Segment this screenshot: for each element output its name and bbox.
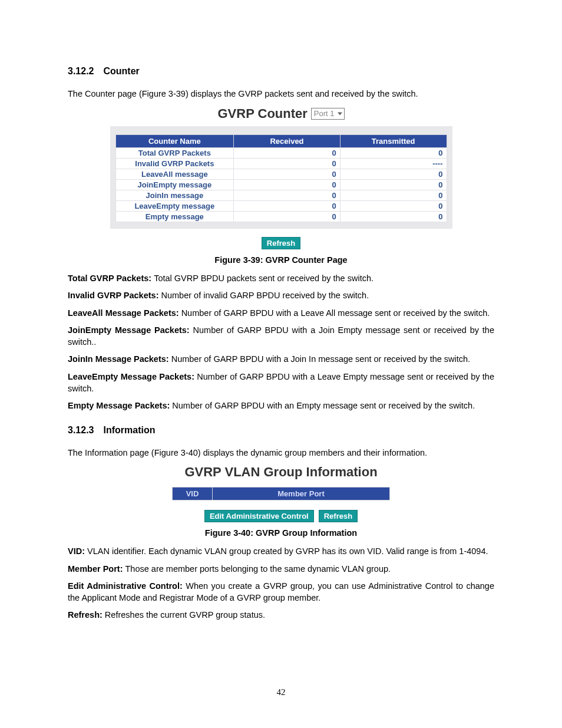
cell-rx: 0 [234,211,340,222]
cell-tx: 0 [340,211,447,222]
cell-rx: 0 [234,158,340,169]
def-desc: VLAN identifier. Each dynamic VLAN group… [87,546,488,556]
def-term: LeaveEmpty Message Packets: [68,372,197,381]
cell-tx: 0 [340,179,447,190]
def-term: JoinIn Message Packets: [68,354,171,364]
def-item: Refresh: Refreshes the current GVRP grou… [68,610,494,621]
def-item: LeaveEmpty Message Packets: Number of GA… [68,371,494,394]
def-term: VID: [68,546,87,556]
table-row: Total GVRP Packets00 [115,147,447,158]
cell-name: Total GVRP Packets [115,147,234,158]
def-item: Empty Message Packets: Number of GARP BP… [68,400,494,412]
counter-table: Counter Name Received Transmitted Total … [115,134,447,222]
def-term: Invalid GVRP Packets: [68,291,161,300]
table-row: Invalid GVRP Packets0---- [115,158,447,169]
def-term: Edit Administrative Control: [68,581,186,591]
th-counter-name: Counter Name [115,134,234,147]
cell-tx: ---- [340,158,447,169]
page-number: 42 [0,687,562,697]
th-received: Received [234,134,340,147]
def-term: Empty Message Packets: [68,401,172,410]
def-desc: Number of GARP BPDU with a Join In messa… [171,354,470,364]
gvrp-vlan-group-info-title: GVRP VLAN Group Information [68,465,494,480]
def-term: Member Port: [68,564,125,574]
cell-name: JoinIn message [115,190,234,200]
def-item: JoinIn Message Packets: Number of GARP B… [68,354,494,365]
figure-3-40: GVRP VLAN Group Information VID Member P… [68,465,494,522]
refresh-button[interactable]: Refresh [319,510,358,522]
cell-rx: 0 [234,190,340,200]
figure-3-39: GVRP Counter Port 1 Counter Name Receive… [68,106,494,249]
def-term: JoinEmpty Message Packets: [68,325,193,335]
cell-rx: 0 [234,200,340,211]
def-item: Invalid GVRP Packets: Number of invalid … [68,290,494,302]
group-info-header-bar: VID Member Port [172,487,390,500]
cell-name: LeaveAll message [115,169,234,179]
cell-rx: 0 [234,179,340,190]
def-desc: Number of GARP BPDU with a Leave All mes… [181,308,490,318]
heading-3-12-2: 3.12.2 Counter [68,66,494,77]
th-vid: VID [173,487,213,500]
gvrp-counter-title: GVRP Counter [217,106,307,121]
def-item: Edit Administrative Control: When you cr… [68,581,494,604]
def-item: VID: VLAN identifier. Each dynamic VLAN … [68,546,494,558]
def-desc: Number of GARP BPDU with an Empty messag… [172,401,475,410]
counter-table-panel: Counter Name Received Transmitted Total … [110,126,452,229]
figure-3-40-caption: Figure 3-40: GVRP Group Information [68,528,494,538]
th-member-port: Member Port [213,487,389,500]
table-row: JoinEmpty message00 [115,179,447,190]
def-desc: Number of invalid GARP BPDU received by … [161,291,369,300]
def-item: Total GVRP Packets: Total GVRP BPDU pack… [68,273,494,285]
def-term: Refresh: [68,610,105,620]
cell-name: LeaveEmpty message [115,200,234,211]
intro-3-12-2: The Counter page (Figure 3-39) displays … [68,88,494,100]
cell-rx: 0 [234,147,340,158]
cell-tx: 0 [340,190,447,200]
def-desc: Total GVRP BPDU packets sent or received… [154,274,373,283]
cell-name: Invalid GVRP Packets [115,158,234,169]
cell-name: Empty message [115,211,234,222]
cell-tx: 0 [340,200,447,211]
def-term: Total GVRP Packets: [68,274,154,283]
intro-3-12-3: The Information page (Figure 3-40) displ… [68,447,494,459]
def-desc: Refreshes the current GVRP group status. [105,610,265,620]
def-desc: Those are member ports belonging to the … [125,564,391,574]
heading-3-12-3: 3.12.3 Information [68,425,494,436]
def-item: Member Port: Those are member ports belo… [68,564,494,575]
table-row: LeaveEmpty message00 [115,200,447,211]
cell-tx: 0 [340,147,447,158]
def-term: LeaveAll Message Packets: [68,308,181,318]
table-row: Empty message00 [115,211,447,222]
table-row: JoinIn message00 [115,190,447,200]
edit-administrative-control-button[interactable]: Edit Administrative Control [204,510,314,522]
cell-rx: 0 [234,169,340,179]
def-item: JoinEmpty Message Packets: Number of GAR… [68,325,494,348]
cell-name: JoinEmpty message [115,179,234,190]
th-transmitted: Transmitted [340,134,447,147]
port-select[interactable]: Port 1 [311,108,345,120]
table-row: LeaveAll message00 [115,169,447,179]
refresh-button[interactable]: Refresh [262,237,300,249]
cell-tx: 0 [340,169,447,179]
figure-3-39-caption: Figure 3-39: GVRP Counter Page [68,255,494,265]
def-item: LeaveAll Message Packets: Number of GARP… [68,308,494,319]
